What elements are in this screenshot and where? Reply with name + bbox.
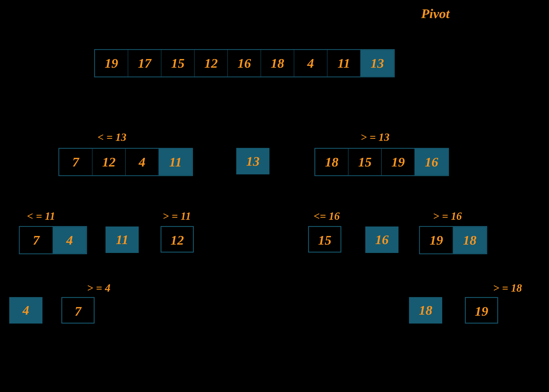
level2-rl-label: <= 16 <box>313 210 340 223</box>
level2-rr-cell-pivot: 18 <box>453 227 486 253</box>
level1-left-cell-pivot: 11 <box>159 149 192 175</box>
level3-r-pivot: 18 <box>409 297 442 324</box>
level0-cell: 17 <box>128 50 161 76</box>
level1-right-cell: 15 <box>348 149 382 175</box>
level3-l-value: 7 <box>61 297 95 324</box>
level2-ll-array: 7 4 <box>19 226 87 254</box>
level2-ll-cell-pivot: 4 <box>53 227 86 253</box>
level2-lr-label: > = 11 <box>163 210 191 223</box>
level1-right-cell-pivot: 16 <box>415 149 448 175</box>
level0-array: 19 17 15 12 16 18 4 11 13 <box>94 49 395 77</box>
level2-r-center-pivot: 16 <box>365 227 398 253</box>
level1-left-cell: 7 <box>59 149 93 175</box>
level2-l-center-pivot: 11 <box>106 227 139 253</box>
level0-cell: 18 <box>261 50 294 76</box>
level0-cell-pivot: 13 <box>361 50 394 76</box>
level1-left-label: < = 13 <box>98 131 126 144</box>
level1-left-array: 7 12 4 11 <box>58 148 193 176</box>
level0-cell: 19 <box>95 50 128 76</box>
level1-right-cell: 18 <box>315 149 348 175</box>
level1-center-pivot: 13 <box>236 148 270 174</box>
level3-l-pivot: 4 <box>9 297 42 324</box>
level3-l-label: > = 4 <box>87 282 110 295</box>
level0-cell: 12 <box>195 50 228 76</box>
level0-cell: 11 <box>328 50 361 76</box>
level2-ll-cell: 7 <box>20 227 53 253</box>
level2-ll-label: < = 11 <box>27 210 55 223</box>
level1-left-cell: 12 <box>93 149 126 175</box>
level3-r-label: > = 18 <box>493 282 522 295</box>
level1-right-cell: 19 <box>382 149 415 175</box>
level3-r-value: 19 <box>465 297 498 324</box>
level1-left-cell: 4 <box>126 149 159 175</box>
level2-rl-single: 15 <box>308 226 341 252</box>
pivot-title: Pivot <box>421 6 450 21</box>
level0-cell: 16 <box>228 50 261 76</box>
level1-right-label: > = 13 <box>361 131 390 144</box>
level2-rr-array: 19 18 <box>419 226 487 254</box>
level0-cell: 4 <box>294 50 328 76</box>
level2-lr-single: 12 <box>161 226 194 252</box>
level2-rr-label: > = 16 <box>433 210 462 223</box>
level1-right-array: 18 15 19 16 <box>314 148 449 176</box>
level0-cell: 15 <box>161 50 195 76</box>
level2-rr-cell: 19 <box>420 227 453 253</box>
